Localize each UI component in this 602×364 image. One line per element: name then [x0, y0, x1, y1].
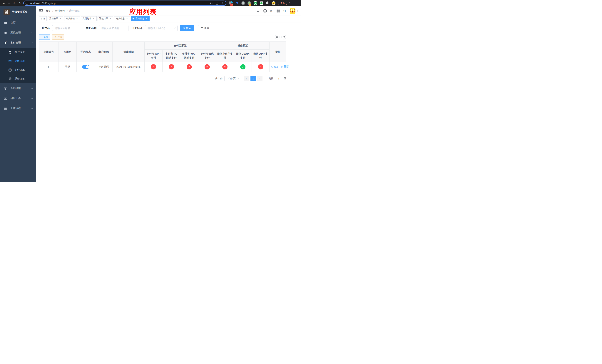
reset-button[interactable]: 重置 [198, 25, 212, 31]
breadcrumb-current: 应用信息 [69, 9, 80, 13]
tab-home[interactable]: 首页 [39, 16, 47, 21]
fullscreen-icon[interactable] [277, 10, 280, 13]
tab-refund-orders[interactable]: 退款订单 × [97, 16, 113, 21]
add-button[interactable]: + 新增 [39, 34, 50, 40]
toggle-search-button[interactable] [275, 35, 280, 39]
tab-merchant-info[interactable]: 商户信息 × [114, 16, 130, 21]
browser-reload-button[interactable]: ↻ [12, 0, 17, 6]
browser-home-button[interactable]: ⌂ [17, 0, 22, 6]
monitor-icon [4, 87, 7, 90]
url-text[interactable]: localhost:1024/pay/app [30, 2, 208, 5]
search-button[interactable]: 搜索 [180, 25, 194, 31]
close-icon[interactable]: × [109, 17, 112, 20]
browser-chrome: ← → ↻ ⌂ i localhost:1024/pay/app ☆ 10 [0, 0, 301, 6]
close-icon[interactable]: × [92, 17, 95, 20]
breadcrumb-payment: 支付管理 [55, 9, 65, 13]
cell-app-name: 芋道 [58, 62, 77, 72]
refresh-table-button[interactable] [281, 35, 286, 39]
extensions-puzzle-icon[interactable] [266, 1, 269, 5]
filter-form: 应用名 商户名称 开启状态 搜索 [42, 25, 301, 31]
sidebar-item-payment[interactable]: ¥ 支付管理 [0, 38, 36, 48]
breadcrumb-home[interactable]: 首页 [45, 9, 51, 13]
github-icon[interactable] [263, 9, 267, 13]
site-info-icon[interactable]: i [26, 2, 28, 5]
status-select[interactable] [145, 25, 178, 31]
sidebar-item-home[interactable]: 首页 [0, 18, 36, 28]
help-icon[interactable]: ? [270, 10, 273, 12]
col-status: 开启状态 [77, 42, 95, 62]
close-icon[interactable]: × [126, 17, 128, 20]
yen-circle-icon: ¥ [8, 68, 12, 72]
sidebar-item-merchant-info[interactable]: 商户信息 [0, 48, 36, 57]
status-wx-app[interactable]: × [258, 64, 263, 69]
goto-prefix: 前往 [269, 77, 273, 80]
kite-extension-icon[interactable] [235, 1, 239, 5]
dashboard-icon [4, 21, 7, 24]
status-wx-jsapi[interactable]: ✓ [240, 64, 246, 69]
browser-back-button[interactable]: ← [1, 0, 7, 6]
sidebar-item-pay-orders[interactable]: ¥ 支付订单 [0, 65, 36, 75]
sidebar-item-infrastructure[interactable]: 基础设施 [0, 83, 36, 93]
close-icon[interactable]: × [76, 17, 78, 20]
sidebar-collapse-icon[interactable] [39, 9, 43, 13]
merchant-name-label: 商户名称 [86, 26, 97, 30]
recorder-extension-icon[interactable]: 1 [247, 1, 251, 5]
export-button[interactable]: 导出 [52, 34, 64, 40]
prev-page-button[interactable]: ‹ [244, 76, 249, 81]
sidebar-logo[interactable]: 芋道管理系统 [0, 6, 36, 18]
sidebar-item-label: 应用信息 [14, 59, 25, 63]
emoji-avatar-icon[interactable] [272, 1, 275, 5]
status-alipay-pc[interactable]: × [169, 64, 174, 69]
browser-forward-button[interactable]: → [7, 0, 12, 6]
goto-page-input[interactable] [275, 76, 282, 81]
avatar-caret-icon [297, 11, 298, 12]
breadcrumb: 首页 / 支付管理 / 应用信息 [45, 9, 80, 13]
close-icon[interactable]: × [59, 17, 62, 20]
status-alipay-app[interactable]: × [151, 64, 156, 69]
browser-menu-icon[interactable]: ⋮ [288, 1, 291, 5]
col-merchant: 商户名称 [95, 42, 113, 62]
chat-extension-icon[interactable] [260, 1, 263, 5]
user-avatar[interactable] [290, 8, 298, 14]
status-wx-mini[interactable]: × [222, 64, 227, 69]
page-content: 应用名 商户名称 开启状态 搜索 [36, 22, 301, 182]
header-search-icon[interactable] [257, 10, 260, 13]
app-name-label: 应用名 [42, 26, 50, 30]
sidebar-item-system[interactable]: 系统管理 [0, 28, 36, 38]
password-key-icon[interactable] [210, 2, 213, 5]
tab-app-info[interactable]: 应用信息 × [131, 16, 150, 21]
y-extension-icon[interactable]: y [254, 1, 257, 5]
merchant-name-input[interactable] [99, 25, 129, 31]
tab-pay-orders[interactable]: 支付订单 × [81, 16, 97, 21]
command-extension-icon[interactable]: ⌘ [241, 1, 245, 5]
status-alipay-wap[interactable]: × [187, 64, 192, 69]
col-alipay-qr: 支付宝扫码支付 [198, 50, 216, 62]
tab-user-group[interactable]: 用户分组 × [64, 16, 80, 21]
col-app-name: 应用名 [58, 42, 77, 62]
browser-update-button[interactable]: 更新 [278, 1, 287, 5]
status-alipay-qr[interactable]: × [204, 64, 210, 69]
sidebar-item-workflow[interactable]: 工作流程 [0, 103, 36, 113]
delete-link[interactable]: 删除 [281, 65, 289, 68]
next-page-button[interactable]: › [257, 76, 262, 81]
sidebar-item-dev-tools[interactable]: 研发工具 [0, 93, 36, 103]
page-size-select[interactable] [224, 76, 241, 81]
cell-merchant: 芋道源码 [95, 62, 113, 72]
edit-link[interactable]: ✎修改 [271, 65, 279, 69]
address-bar[interactable]: i localhost:1024/pay/app ☆ [23, 0, 226, 6]
app-name-input[interactable] [52, 25, 82, 31]
page-1-button[interactable]: 1 [250, 76, 256, 81]
sidebar-item-refund-orders[interactable]: 退款订单 [0, 75, 36, 83]
font-size-icon[interactable]: TT [283, 9, 286, 13]
url-path: :1024/pay/app [40, 2, 55, 5]
share-icon[interactable] [216, 2, 218, 5]
cell-created: 2021-10-23 08:49:25 [113, 62, 145, 72]
bookmark-star-icon[interactable]: ☆ [221, 2, 224, 5]
tab-process-form[interactable]: 流程表单 × [48, 16, 63, 21]
blocks-extension-icon[interactable]: 10 [229, 1, 233, 5]
store-icon [8, 51, 12, 54]
col-wx-mini: 微信小程序支付 [216, 50, 234, 62]
close-icon[interactable]: × [145, 17, 148, 20]
status-toggle[interactable] [82, 65, 89, 69]
sidebar-item-app-info[interactable]: 应用信息 [0, 57, 36, 65]
